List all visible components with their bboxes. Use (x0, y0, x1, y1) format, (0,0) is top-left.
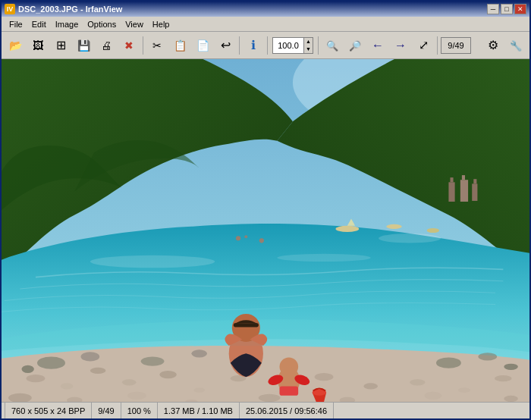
svg-point-48 (335, 226, 359, 232)
main-window: IV DSC_2003.JPG - IrfanView ─ □ ✕ File E… (0, 0, 531, 420)
status-dimensions: 760 x 505 x 24 BPP (5, 403, 92, 418)
menu-edit[interactable]: Edit (27, 17, 51, 31)
svg-point-36 (436, 357, 461, 368)
svg-point-51 (236, 236, 240, 240)
status-zoom: 100 % (121, 403, 158, 418)
svg-point-32 (81, 352, 100, 361)
svg-point-9 (277, 254, 370, 262)
svg-point-15 (193, 388, 204, 393)
svg-point-25 (127, 392, 146, 400)
open-icon (9, 39, 22, 52)
zoom-up-button[interactable]: ▲ (303, 38, 313, 45)
settings-button[interactable] (482, 35, 504, 56)
paste-icon (196, 39, 209, 52)
zoom-arrows: ▲ ▼ (303, 38, 313, 53)
undo-icon (221, 38, 231, 52)
menu-help[interactable]: Help (148, 17, 174, 31)
svg-point-27 (259, 394, 281, 402)
print-icon (101, 39, 112, 52)
svg-point-50 (427, 228, 439, 233)
zoom-input[interactable] (273, 38, 303, 53)
toolbar: ▲ ▼ 9/49 (2, 32, 529, 59)
svg-point-34 (141, 356, 165, 365)
view-icon (33, 39, 43, 52)
menu-view[interactable]: View (121, 17, 148, 31)
svg-rect-4 (472, 183, 477, 201)
info-button[interactable] (243, 35, 264, 56)
svg-point-54 (379, 234, 441, 243)
svg-point-21 (458, 388, 470, 393)
status-bar: 760 x 505 x 24 BPP 9/49 100 % 1.37 MB / … (2, 402, 529, 418)
zoom-out-button[interactable] (344, 35, 366, 56)
thumb-icon (56, 38, 66, 52)
status-filesize: 1.37 MB / 1.10 MB (158, 403, 240, 418)
zoom-out-icon (349, 39, 361, 52)
save-button[interactable] (73, 35, 94, 56)
svg-point-14 (159, 371, 177, 378)
image-count: 9/49 (441, 37, 471, 54)
sep3 (267, 36, 268, 55)
settings-icon (488, 38, 498, 52)
image-area (2, 59, 529, 402)
svg-point-8 (90, 255, 215, 268)
cut-button[interactable] (146, 35, 168, 56)
undo-button[interactable] (215, 35, 236, 56)
sep2 (239, 36, 240, 55)
copy-button[interactable] (169, 35, 190, 56)
zoom-in-button[interactable] (322, 35, 343, 56)
svg-point-13 (122, 379, 136, 385)
svg-point-29 (425, 392, 442, 400)
paste-button[interactable] (192, 35, 213, 56)
svg-rect-46 (279, 386, 298, 395)
image-container (2, 59, 529, 402)
menu-image[interactable]: Image (51, 17, 83, 31)
svg-rect-2 (448, 182, 454, 202)
minimize-button[interactable]: ─ (487, 4, 499, 14)
svg-rect-6 (462, 175, 465, 180)
svg-point-38 (504, 364, 517, 370)
menu-options[interactable]: Options (83, 17, 121, 31)
copy-icon (174, 39, 187, 52)
print-button[interactable] (96, 35, 117, 56)
view-button[interactable] (27, 35, 49, 56)
svg-point-33 (21, 365, 33, 373)
tools-button[interactable] (505, 35, 526, 56)
svg-point-12 (90, 368, 106, 374)
prev-icon (372, 39, 384, 52)
delete-icon (124, 39, 134, 52)
svg-point-20 (410, 379, 426, 385)
title-bar-left: IV DSC_2003.JPG - IrfanView (5, 4, 122, 14)
svg-point-35 (191, 349, 207, 357)
sep5 (437, 36, 438, 55)
tools-icon (510, 39, 522, 52)
svg-point-31 (37, 356, 65, 368)
svg-rect-5 (450, 177, 453, 182)
svg-point-52 (244, 235, 247, 238)
sep1 (143, 36, 143, 55)
svg-point-11 (61, 383, 73, 389)
svg-rect-3 (460, 180, 468, 202)
svg-rect-41 (234, 323, 259, 327)
close-button[interactable]: ✕ (514, 4, 526, 14)
sep4 (318, 36, 319, 55)
next-button[interactable] (390, 35, 411, 56)
cut-icon (152, 39, 162, 52)
delete-button[interactable] (118, 35, 140, 56)
open-button[interactable] (5, 35, 26, 56)
status-position: 9/49 (92, 403, 121, 418)
menu-file[interactable]: File (5, 17, 27, 31)
svg-point-18 (315, 373, 334, 381)
window-title: DSC_2003.JPG - IrfanView (18, 5, 122, 14)
svg-rect-7 (473, 179, 476, 183)
thumbnails-button[interactable] (50, 35, 71, 56)
prev-button[interactable] (367, 35, 388, 56)
svg-point-22 (495, 375, 512, 381)
next-icon (394, 39, 407, 52)
svg-point-53 (259, 238, 264, 243)
svg-point-37 (478, 353, 497, 360)
menu-bar: File Edit Image Options View Help (2, 17, 529, 32)
fit-button[interactable] (413, 35, 434, 56)
svg-point-10 (27, 375, 46, 382)
zoom-down-button[interactable]: ▼ (303, 45, 313, 53)
maximize-button[interactable]: □ (501, 4, 513, 14)
